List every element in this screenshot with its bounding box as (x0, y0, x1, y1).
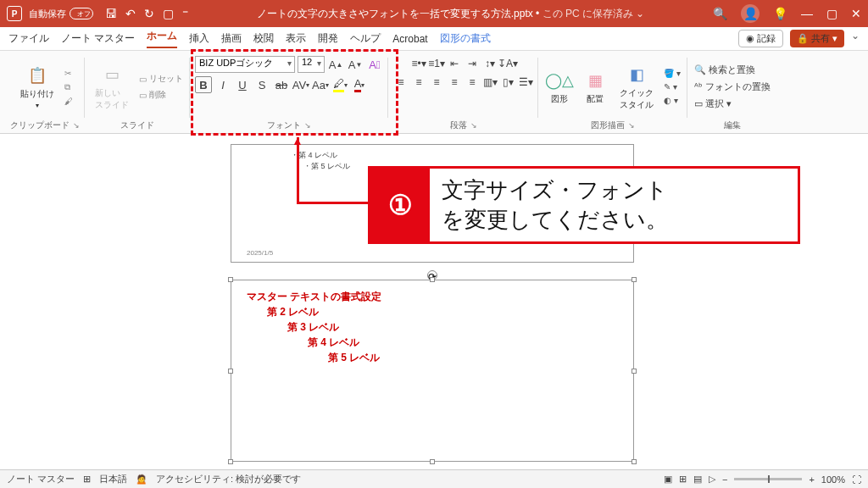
autosave-toggle[interactable]: 自動保存 オフ (29, 8, 93, 20)
share-button[interactable]: 🔒 共有 ▾ (790, 30, 844, 47)
distribute-button[interactable]: ≡ (465, 75, 480, 90)
tab-notes-master[interactable]: ノート マスター (61, 31, 135, 46)
underline-button[interactable]: U (234, 76, 251, 93)
zoom-in-button[interactable]: + (809, 474, 814, 485)
clear-format-button[interactable]: A⃠ (366, 56, 383, 73)
format-painter-button[interactable]: 🖌 (63, 96, 75, 107)
launcher-icon[interactable]: ↘ (73, 121, 80, 130)
help-icon[interactable]: 💡 (773, 7, 787, 20)
tab-home[interactable]: ホーム (147, 29, 177, 48)
maximize-icon[interactable]: ▢ (826, 7, 837, 20)
paste-button[interactable]: 📋 貼り付け ▾ (15, 61, 59, 113)
resize-handle[interactable] (632, 459, 637, 464)
launcher-icon[interactable]: ↘ (470, 121, 477, 130)
launcher-icon[interactable]: ↘ (304, 121, 311, 130)
notes-text[interactable]: マスター テキストの書式設定 第 2 レベル 第 3 レベル 第 4 レベル 第… (247, 289, 381, 365)
status-view[interactable]: ノート マスター (7, 473, 75, 485)
columns-button[interactable]: ▥▾ (482, 75, 498, 90)
undo-icon[interactable]: ↶ (125, 7, 136, 20)
font-size-input[interactable]: 12 (298, 56, 325, 73)
tab-review[interactable]: 校閲 (253, 31, 274, 46)
shape-fill-button[interactable]: 🪣▾ (662, 68, 682, 79)
align-left-button[interactable]: ≡ (393, 75, 409, 90)
record-button[interactable]: ◉ 記録 (738, 30, 783, 47)
indent-inc-button[interactable]: ⇥ (465, 56, 480, 71)
resize-handle[interactable] (430, 459, 435, 464)
minimize-icon[interactable]: — (801, 7, 813, 20)
font-replace-button[interactable]: ᴬᵇフォントの置換 (693, 80, 772, 94)
font-name-input[interactable]: BIZ UDPゴシック (195, 56, 295, 73)
status-caption-icon[interactable]: ⊞ (83, 474, 91, 485)
resize-handle[interactable] (228, 369, 233, 374)
tab-shape-format[interactable]: 図形の書式 (440, 31, 491, 46)
view-sorter-icon[interactable]: ⊞ (679, 474, 687, 485)
cut-button[interactable]: ✂ (63, 68, 75, 79)
view-slideshow-icon[interactable]: ▷ (709, 474, 715, 485)
resize-handle[interactable] (228, 277, 233, 282)
align-center-button[interactable]: ≡ (411, 75, 426, 90)
align-right-button[interactable]: ≡ (429, 75, 444, 90)
align-text-button[interactable]: ▯▾ (500, 75, 515, 90)
resize-handle[interactable] (632, 369, 637, 374)
bold-button[interactable]: B (195, 76, 212, 93)
ribbon: 📋 貼り付け ▾ ✂ ⧉ 🖌 クリップボード↘ ▭ 新しい スライド ▭リセット… (0, 51, 868, 134)
zoom-level[interactable]: 100% (821, 474, 845, 485)
resize-handle[interactable] (632, 277, 637, 282)
qat-overflow-icon[interactable]: ⁼ (182, 7, 188, 20)
tab-view[interactable]: 表示 (286, 31, 306, 46)
account-icon[interactable]: 👤 (741, 4, 760, 23)
save-icon[interactable]: 🖫 (105, 7, 117, 20)
line-spacing-button[interactable]: ↕▾ (482, 56, 498, 71)
status-language[interactable]: 日本語 (99, 473, 127, 485)
shadow-button[interactable]: S (253, 76, 270, 93)
font-color-button[interactable]: A▾ (351, 76, 368, 93)
shape-effects-button[interactable]: ◐▾ (662, 95, 682, 106)
notes-placeholder[interactable]: マスター テキストの書式設定 第 2 レベル 第 3 レベル 第 4 レベル 第… (231, 280, 634, 462)
bullets-button[interactable]: ≡•▾ (411, 56, 426, 71)
select-button[interactable]: ▭選択 ▾ (693, 97, 772, 111)
justify-button[interactable]: ≡ (447, 75, 462, 90)
shape-outline-button[interactable]: ✎▾ (662, 81, 682, 92)
copy-button[interactable]: ⧉ (63, 81, 75, 93)
find-replace-button[interactable]: 🔍検索と置換 (693, 63, 772, 77)
shrink-font-button[interactable]: A▼ (347, 56, 364, 73)
collapse-ribbon-icon[interactable]: ⌄ (851, 30, 860, 47)
title-bar: P 自動保存 オフ 🖫 ↶ ↻ ▢ ⁼ ノートの文字の大きさやフォントを一括で変… (0, 0, 868, 27)
tab-draw[interactable]: 描画 (221, 31, 242, 46)
close-icon[interactable]: ✕ (851, 7, 861, 20)
quick-styles-button[interactable]: ◧クイック スタイル (615, 60, 659, 114)
search-icon[interactable]: 🔍 (713, 7, 727, 20)
italic-button[interactable]: I (214, 76, 231, 93)
zoom-slider[interactable] (734, 478, 802, 480)
resize-handle[interactable] (430, 277, 435, 282)
tab-insert[interactable]: 挿入 (189, 31, 209, 46)
tab-acrobat[interactable]: Acrobat (392, 33, 427, 45)
redo-icon[interactable]: ↻ (144, 7, 154, 20)
tab-help[interactable]: ヘルプ (350, 31, 381, 46)
smartart-button[interactable]: ☰▾ (518, 75, 533, 90)
strike-button[interactable]: ab (273, 76, 290, 93)
spacing-button[interactable]: AV▾ (292, 76, 309, 93)
status-accessibility[interactable]: アクセシビリティ: 検討が必要です (156, 473, 301, 485)
resize-handle[interactable] (228, 459, 233, 464)
accessibility-icon[interactable]: 🙍 (136, 474, 147, 485)
shapes-button[interactable]: ◯△図形 (543, 66, 576, 108)
tab-developer[interactable]: 開発 (318, 31, 338, 46)
text-direction-button[interactable]: ↧A▾ (500, 56, 515, 71)
indent-dec-button[interactable]: ⇤ (447, 56, 462, 71)
arrowhead-icon: ▲ (292, 134, 303, 147)
launcher-icon[interactable]: ↘ (628, 121, 635, 130)
view-normal-icon[interactable]: ▣ (664, 474, 672, 485)
highlight-button[interactable]: 🖊▾ (331, 76, 348, 93)
change-case-button[interactable]: Aa▾ (312, 76, 329, 93)
numbering-button[interactable]: ≡1▾ (429, 56, 444, 71)
autosave-state[interactable]: オフ (70, 8, 93, 19)
grow-font-button[interactable]: A▲ (327, 56, 344, 73)
fit-window-icon[interactable]: ⛶ (852, 474, 861, 485)
slideshow-icon[interactable]: ▢ (163, 7, 174, 20)
group-paragraph: ≡•▾ ≡1▾ ⇤ ⇥ ↕▾ ↧A▾ ≡ ≡ ≡ ≡ ≡ ▥▾ ▯▾ ☰▾ 段落… (388, 53, 538, 133)
tab-file[interactable]: ファイル (8, 31, 49, 46)
view-reading-icon[interactable]: ▤ (693, 474, 702, 485)
zoom-out-button[interactable]: − (722, 474, 727, 485)
arrange-button[interactable]: ▦配置 (579, 66, 611, 108)
